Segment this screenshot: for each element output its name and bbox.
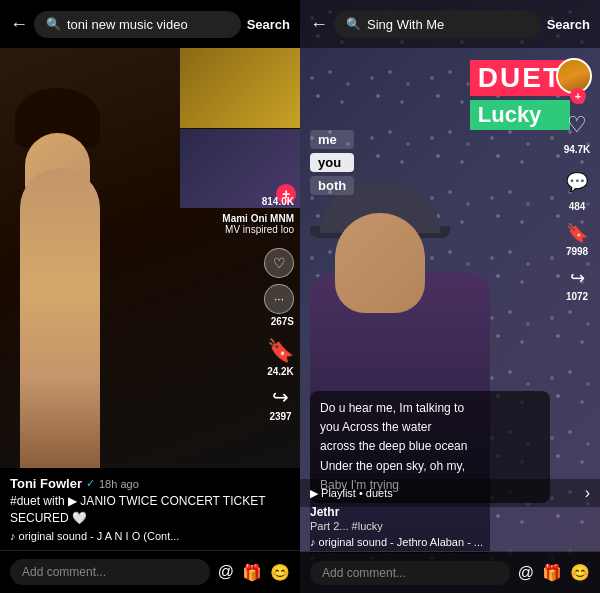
right-comment-input[interactable]: Add comment... bbox=[310, 561, 510, 585]
right-caption: Part 2... #lucky bbox=[310, 519, 550, 534]
left-person bbox=[5, 118, 115, 468]
right-heart-stat[interactable]: ♡ 94.7K bbox=[560, 108, 594, 155]
share-stat[interactable]: ↪ 2397 bbox=[269, 385, 291, 422]
left-username-row: Toni Fowler ✓ 18h ago bbox=[10, 476, 290, 491]
left-verified-badge: ✓ bbox=[86, 477, 95, 490]
right-search-button[interactable]: Search bbox=[547, 17, 590, 32]
right-bottom-info: Jethr Part 2... #lucky ♪ original sound … bbox=[310, 505, 550, 548]
right-share-stat[interactable]: ↪ 1072 bbox=[566, 267, 588, 302]
right-emoji-icon[interactable]: 😊 bbox=[570, 563, 590, 582]
right-person-head bbox=[335, 213, 425, 313]
right-video-area[interactable]: DUET Lucky me you both + ♡ 94.7K 💬 484 bbox=[300, 0, 600, 593]
duet-heart-icon[interactable]: ♡ bbox=[264, 248, 294, 278]
playlist-text: ▶ Playlist • duets bbox=[310, 487, 393, 500]
left-time-ago: 18h ago bbox=[99, 478, 139, 490]
mode-me[interactable]: me bbox=[310, 130, 354, 149]
right-heart-count: 94.7K bbox=[564, 144, 591, 155]
left-caption: #duet with ▶ JANIO TWICE CONCERT TICKET … bbox=[10, 493, 290, 527]
right-at-icon[interactable]: @ bbox=[518, 564, 534, 582]
right-comment-icons: @ 🎁 😊 bbox=[518, 563, 590, 582]
duet-label: DUET bbox=[470, 60, 570, 96]
mv-label: MV inspired loo bbox=[222, 224, 294, 235]
right-bookmark-stat[interactable]: 🔖 7998 bbox=[566, 222, 588, 257]
left-bottom-info: Toni Fowler ✓ 18h ago #duet with ▶ JANIO… bbox=[0, 468, 300, 550]
search-icon-left: 🔍 bbox=[46, 17, 61, 31]
right-avatar-inner bbox=[558, 60, 590, 92]
duet-top-panel bbox=[180, 48, 300, 128]
left-sound-row[interactable]: ♪ original sound - J A N I O (Cont... bbox=[10, 530, 290, 542]
playlist-row[interactable]: ▶ Playlist • duets › bbox=[300, 479, 600, 507]
left-comment-icons: @ 🎁 😊 bbox=[218, 563, 290, 582]
mode-labels: me you both bbox=[310, 130, 354, 195]
right-search-input-wrap[interactable]: 🔍 Sing With Me bbox=[334, 11, 541, 38]
back-arrow-right[interactable]: ← bbox=[310, 14, 328, 35]
right-sound-row[interactable]: ♪ original sound - Jethro Alaban - ... bbox=[310, 536, 550, 548]
left-sound-text: ♪ original sound - J A N I O (Cont... bbox=[10, 530, 179, 542]
left-vert-stats: 🔖 24.2K ↪ 2397 bbox=[267, 338, 294, 422]
right-vert-stats: ♡ 94.7K 💬 484 🔖 7998 ↪ 1072 bbox=[560, 108, 594, 302]
left-comment-input[interactable]: Add comment... bbox=[10, 559, 210, 585]
duet-text-overlay: DUET Lucky bbox=[470, 60, 570, 130]
right-avatar-plus[interactable]: + bbox=[570, 88, 586, 104]
lucky-label: Lucky bbox=[470, 100, 570, 130]
back-arrow-left[interactable]: ← bbox=[10, 14, 28, 35]
mode-you[interactable]: you bbox=[310, 153, 354, 172]
left-comment-bar: Add comment... @ 🎁 😊 bbox=[0, 550, 300, 593]
left-search-button[interactable]: Search bbox=[247, 17, 290, 32]
left-gift-icon[interactable]: 🎁 bbox=[242, 563, 262, 582]
left-search-input-wrap[interactable]: 🔍 toni new music video bbox=[34, 11, 241, 38]
left-username: Toni Fowler bbox=[10, 476, 82, 491]
left-267s-count: 267S bbox=[271, 316, 294, 327]
left-caption-text: #duet with ▶ JANIO TWICE CONCERT TICKET … bbox=[10, 494, 265, 525]
left-at-icon[interactable]: @ bbox=[218, 563, 234, 581]
search-icon-right: 🔍 bbox=[346, 17, 361, 31]
left-video-area[interactable]: + Mami Oni MNM MV inspired loo ♡ ··· 267… bbox=[0, 48, 300, 468]
duet-more-icon[interactable]: ··· bbox=[264, 284, 294, 314]
right-comment-count: 484 bbox=[569, 201, 586, 212]
right-search-bar: ← 🔍 Sing With Me Search bbox=[300, 0, 600, 48]
right-bookmark-count: 7998 bbox=[566, 246, 588, 257]
right-comment-stat[interactable]: 💬 484 bbox=[560, 165, 594, 212]
left-814-count: 814.0K bbox=[262, 196, 294, 207]
mode-both[interactable]: both bbox=[310, 176, 354, 195]
left-search-query: toni new music video bbox=[67, 17, 188, 32]
right-share-count: 1072 bbox=[566, 291, 588, 302]
right-sound-text: ♪ original sound - Jethro Alaban - ... bbox=[310, 536, 483, 548]
mami-label: Mami Oni MNM bbox=[222, 213, 294, 224]
right-comment-bar: Add comment... @ 🎁 😊 bbox=[300, 551, 600, 593]
playlist-arrow: › bbox=[585, 484, 590, 502]
right-panel: ← 🔍 Sing With Me Search DUET Lucky me yo… bbox=[300, 0, 600, 593]
left-emoji-icon[interactable]: 😊 bbox=[270, 563, 290, 582]
duet-labels: Mami Oni MNM MV inspired loo bbox=[222, 213, 294, 235]
left-search-bar: ← 🔍 toni new music video Search bbox=[0, 0, 300, 48]
right-gift-icon[interactable]: 🎁 bbox=[542, 563, 562, 582]
duet-overlay: + bbox=[180, 48, 300, 208]
left-panel: ← 🔍 toni new music video Search + bbox=[0, 0, 300, 593]
bookmark-stat[interactable]: 🔖 24.2K bbox=[267, 338, 294, 377]
right-search-query: Sing With Me bbox=[367, 17, 444, 32]
